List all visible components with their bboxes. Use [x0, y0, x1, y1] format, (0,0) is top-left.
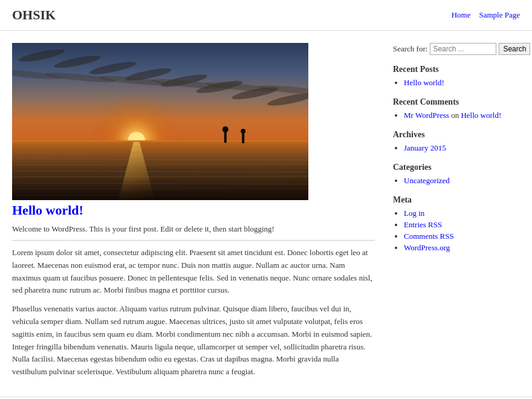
meta-link[interactable]: WordPress.org — [404, 243, 450, 252]
sidebar-recent-posts: Recent Posts Hello world! — [393, 65, 520, 88]
site-header: OHSIK HomeSample Page — [0, 0, 532, 31]
page-wrapper: Hello world! Welcome to WordPress. This … — [0, 31, 532, 397]
comment-on-text: on — [449, 111, 461, 120]
search-row: Search for: Search — [393, 43, 520, 55]
site-title-link[interactable]: OHSIK — [12, 7, 56, 22]
recent-posts-list: Hello world! — [393, 78, 520, 88]
search-button[interactable]: Search — [499, 43, 530, 55]
sidebar: Search for: Search Recent Posts Hello wo… — [393, 43, 520, 384]
sidebar-search-section: Search for: Search — [393, 43, 520, 55]
category-link[interactable]: Uncategorized — [404, 176, 450, 185]
search-label: Search for: — [393, 44, 427, 54]
archives-list: January 2015 — [393, 143, 520, 153]
post-title: Hello world! — [12, 203, 375, 218]
meta-link[interactable]: Log in — [404, 209, 424, 218]
sidebar-meta: Meta Log inEntries RSSComments RSSWordPr… — [393, 195, 520, 253]
post-body: Lorem ipsum dolor sit amet, consectetur … — [12, 247, 375, 378]
comment-post-link[interactable]: Hello world! — [461, 111, 501, 120]
meta-link[interactable]: Entries RSS — [404, 220, 442, 229]
comment-author-link[interactable]: Mr WordPress — [404, 111, 449, 120]
recent-comments-heading: Recent Comments — [393, 97, 520, 107]
sidebar-categories: Categories Uncategorized — [393, 163, 520, 186]
site-title: OHSIK — [12, 7, 56, 23]
post-title-link[interactable]: Hello world! — [12, 203, 83, 218]
post-intro: Welcome to WordPress. This is your first… — [12, 224, 375, 241]
recent-posts-heading: Recent Posts — [393, 65, 520, 74]
archives-heading: Archives — [393, 130, 520, 140]
sidebar-archives: Archives January 2015 — [393, 130, 520, 153]
post-body-p1: Lorem ipsum dolor sit amet, consectetur … — [12, 247, 375, 297]
categories-list: Uncategorized — [393, 176, 520, 186]
meta-heading: Meta — [393, 195, 520, 205]
recent-post-link[interactable]: Hello world! — [404, 78, 444, 87]
meta-list: Log inEntries RSSComments RSSWordPress.o… — [393, 209, 520, 253]
archive-link[interactable]: January 2015 — [404, 143, 446, 152]
nav-link[interactable]: Home — [452, 10, 471, 20]
nav-links: HomeSample Page — [452, 10, 520, 20]
search-input[interactable] — [430, 43, 496, 55]
post-image — [12, 43, 308, 200]
site-footer: ohsikpark.com 2014 — [0, 397, 532, 399]
sidebar-recent-comments: Recent Comments Mr WordPress on Hello wo… — [393, 97, 520, 120]
categories-heading: Categories — [393, 163, 520, 172]
post-body-p2: Phasellus venenatis varius auctor. Aliqu… — [12, 303, 375, 378]
meta-link[interactable]: Comments RSS — [404, 232, 454, 241]
recent-comments-list: Mr WordPress on Hello world! — [393, 111, 520, 120]
nav-link[interactable]: Sample Page — [479, 10, 520, 20]
main-content: Hello world! Welcome to WordPress. This … — [12, 43, 375, 384]
